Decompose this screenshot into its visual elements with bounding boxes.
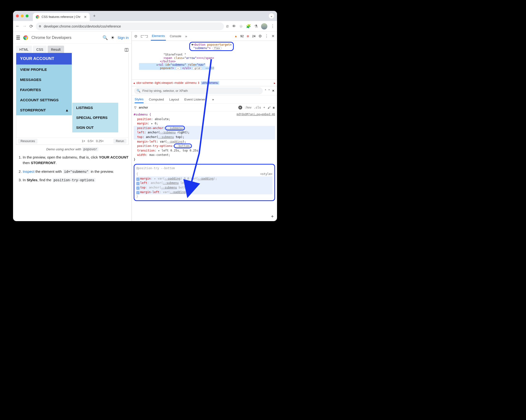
annotation-highlight: ▼<button popovertarget= "submenu"> flex — [189, 42, 234, 51]
zoom-025x-button[interactable]: 0.25× — [96, 140, 104, 143]
clear-filter-icon[interactable]: ✕ — [238, 106, 242, 110]
traffic-lights — [16, 14, 29, 17]
zoom-1x-button[interactable]: 1× — [82, 140, 85, 143]
tab-html[interactable]: HTML — [16, 46, 32, 53]
codepen-tabs: HTML CSS Result ◫ — [16, 46, 129, 53]
crumb-item-active[interactable]: ul#submenu — [201, 81, 219, 85]
new-rule-icon[interactable]: + — [263, 106, 265, 109]
menu-item[interactable]: VIEW PROFILE — [16, 65, 72, 75]
back-button[interactable]: ← — [15, 24, 20, 29]
find-input[interactable]: 🔍 Find by string, selector, or XPath — [134, 88, 263, 94]
find-placeholder: Find by string, selector, or XPath — [142, 89, 188, 92]
tabs-chevron-down-icon[interactable]: ⌄ — [269, 13, 274, 19]
search-icon[interactable]: 🔍 — [102, 35, 108, 40]
rerun-button[interactable]: Rerun — [113, 139, 126, 144]
gear-icon[interactable]: ⚙ — [258, 34, 262, 39]
url-text: developer.chrome.com/docs/devtools/css/r… — [44, 24, 121, 28]
chrome-menu-icon[interactable]: ⋮ — [271, 24, 275, 29]
submenu-item[interactable]: LISTINGS — [72, 103, 118, 113]
close-devtools-button[interactable]: ✕ — [272, 34, 275, 39]
search-icon: 🔍 — [137, 89, 141, 92]
close-window-button[interactable] — [16, 14, 19, 17]
menu-item-storefront[interactable]: STOREFRONT ▴ — [16, 105, 72, 115]
new-tab-button[interactable]: + — [93, 13, 96, 19]
menu-item[interactable]: FAVORITES — [16, 85, 72, 95]
demo-caption: Demo using anchor with popover — [16, 147, 129, 151]
menu-item-label: STOREFRONT — [20, 108, 46, 112]
arrow-icon: ▴ — [66, 108, 68, 112]
warning-count: 92 — [240, 35, 244, 38]
warning-icon[interactable]: ▲ — [234, 34, 237, 38]
reload-button[interactable]: ⟳ — [29, 24, 33, 29]
find-prev-icon[interactable]: ˄ — [265, 89, 266, 92]
extensions-icon[interactable]: 🧩 — [246, 24, 251, 29]
cls-toggle[interactable]: .cls — [254, 106, 261, 109]
submenu-item[interactable]: SIGN OUT — [72, 122, 118, 132]
add-property-icon[interactable]: + — [271, 213, 274, 220]
styles-filter-row: ▽ ✕ :hov .cls + 🖌 ▣ — [132, 104, 277, 111]
breadcrumb[interactable]: ◂ olor-scheme--light.viewport--mobile ul… — [132, 80, 277, 86]
site-info-icon[interactable]: ⚙ — [39, 25, 41, 28]
crumb-item[interactable]: ul#menu — [185, 81, 197, 85]
tab-favicon — [36, 15, 40, 19]
demo-preview: YOUR ACCOUNT VIEW PROFILE MESSAGES FAVOR… — [16, 53, 129, 145]
labs-icon[interactable]: ⚗ — [254, 24, 258, 29]
theme-toggle-icon[interactable]: ☀ — [111, 35, 115, 40]
rule-source-link[interactable]: mdYdpOM?ani…pe=embed:46 — [237, 112, 275, 117]
profile-avatar[interactable] — [261, 23, 267, 30]
crumb-left-icon[interactable]: ◂ — [133, 81, 135, 85]
crumb-item[interactable]: li — [198, 81, 199, 85]
signin-link[interactable]: Sign in — [118, 36, 129, 40]
tab-computed[interactable]: Computed — [149, 98, 164, 101]
zoom-05x-button[interactable]: 0.5× — [88, 140, 94, 143]
url-input[interactable]: ⚙ developer.chrome.com/docs/devtools/css… — [36, 22, 224, 30]
menu-header-button[interactable]: YOUR ACCOUNT — [16, 53, 72, 65]
menu-item[interactable]: MESSAGES — [16, 75, 72, 85]
tab-result[interactable]: Result — [48, 46, 64, 53]
crumb-right-icon[interactable]: ▸ — [274, 81, 276, 85]
style-source[interactable]: <style> — [260, 172, 273, 176]
css-rules[interactable]: mdYdpOM?ani…pe=embed:46 #submenu { posit… — [132, 111, 277, 221]
list-item: Inspect the element with id="submenu" in… — [23, 169, 129, 174]
forward-button[interactable]: → — [22, 24, 27, 29]
site-header: ☰ Chrome for Developers 🔍 ☀ Sign in — [13, 32, 132, 44]
find-next-icon[interactable]: ˅ — [268, 89, 270, 92]
address-bar: ← → ⟳ ⚙ developer.chrome.com/docs/devtoo… — [13, 21, 277, 32]
browser-tab[interactable]: CSS features reference | Chr ✕ — [33, 13, 90, 21]
minimize-window-button[interactable] — [21, 14, 24, 17]
filter-input[interactable] — [139, 106, 236, 109]
elements-tree[interactable]: ▼<button popovertarget= "submenu"> flex … — [132, 41, 277, 80]
box-model-icon[interactable]: ▣ — [273, 106, 275, 109]
hov-toggle[interactable]: :hov — [245, 106, 252, 109]
more-tabs-icon[interactable]: » — [185, 34, 187, 38]
error-icon[interactable]: ⊗ — [247, 34, 249, 38]
inspect-link[interactable]: Inspect — [23, 170, 34, 173]
inspect-icon[interactable]: ⯐ — [134, 34, 138, 38]
filter-icon: ▽ — [134, 106, 136, 109]
submenu-item[interactable]: SPECIAL OFFERS — [72, 113, 118, 122]
maximize-window-button[interactable] — [26, 14, 29, 17]
find-close-icon[interactable]: ✕ — [272, 89, 275, 92]
devtools-menu-icon[interactable]: ⋮ — [265, 34, 269, 39]
bookmark-star-icon[interactable]: ☆ — [239, 24, 243, 29]
tab-title: CSS features reference | Chr — [41, 15, 81, 19]
tab-css[interactable]: CSS — [33, 46, 47, 53]
tab-strip: CSS features reference | Chr ✕ + ⌄ — [13, 11, 277, 21]
more-tabs-icon[interactable]: » — [212, 98, 214, 101]
tab-layout[interactable]: Layout — [169, 98, 179, 101]
close-tab-button[interactable]: ✕ — [84, 15, 87, 19]
menu-icon[interactable]: ☰ — [16, 35, 20, 40]
tab-elements[interactable]: Elements — [151, 32, 166, 40]
tab-console[interactable]: Console — [169, 32, 182, 40]
codepen-icon[interactable]: ◫ — [124, 47, 129, 52]
site-brand: Chrome for Developers — [31, 36, 71, 40]
device-mode-icon[interactable]: ⫍⫎ — [141, 34, 148, 38]
eye-off-icon[interactable]: 👁 — [232, 24, 236, 29]
tab-event-listeners[interactable]: Event Listeners — [184, 98, 207, 101]
resources-button[interactable]: Resources — [18, 139, 38, 144]
brush-icon[interactable]: 🖌 — [268, 106, 271, 109]
tab-styles[interactable]: Styles — [135, 97, 144, 103]
cast-icon[interactable]: ⎚ — [226, 24, 229, 29]
menu-item[interactable]: ACCOUNT SETTINGS — [16, 95, 72, 105]
crumb-item[interactable]: olor-scheme--light.viewport--mobile — [136, 81, 183, 85]
